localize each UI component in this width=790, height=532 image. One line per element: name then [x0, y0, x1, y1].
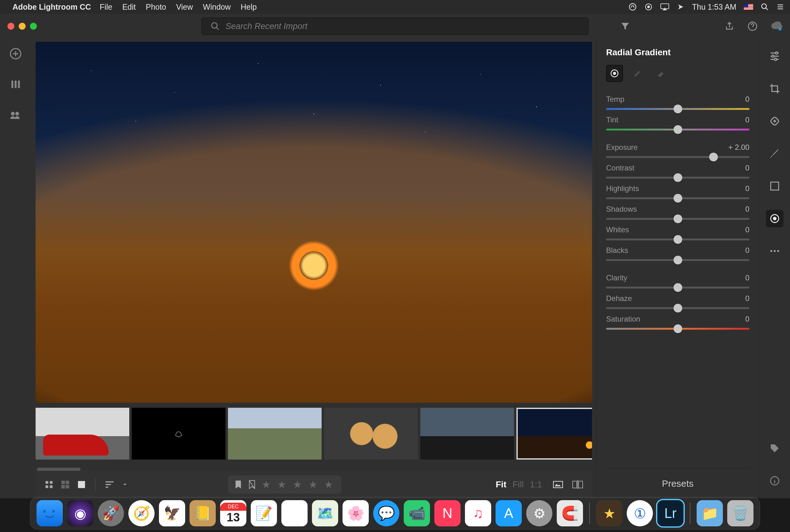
dock-safari-icon[interactable]: 🧭: [128, 500, 154, 526]
dock-photos-icon[interactable]: 🌸: [342, 500, 369, 526]
spotlight-icon[interactable]: [761, 3, 769, 11]
slider-knob[interactable]: [674, 304, 682, 312]
sharing-icon[interactable]: [10, 109, 22, 121]
slider-contrast[interactable]: Contrast0: [606, 164, 749, 178]
slider-knob[interactable]: [674, 125, 682, 134]
help-icon[interactable]: [748, 21, 757, 31]
dock-maps-icon[interactable]: 🗺️: [312, 500, 338, 526]
dock-1password-icon[interactable]: ①: [627, 500, 653, 526]
dock-siri-icon[interactable]: ◉: [67, 500, 93, 526]
radial-mask-tool[interactable]: [606, 65, 623, 82]
thumbnail[interactable]: [132, 408, 225, 460]
filmstrip-scrollbar[interactable]: [37, 468, 80, 471]
thumbnail-selected[interactable]: [516, 408, 592, 460]
slider-track[interactable]: [606, 328, 749, 330]
slider-blacks[interactable]: Blacks0: [606, 246, 749, 261]
menu-photo[interactable]: Photo: [146, 2, 166, 12]
menu-file[interactable]: File: [100, 2, 112, 12]
zoom-1to1[interactable]: 1:1: [530, 479, 542, 489]
dock-reminders-icon[interactable]: ☑︎: [281, 500, 307, 526]
slider-whites[interactable]: Whites0: [606, 225, 749, 241]
show-original-icon[interactable]: [553, 480, 563, 489]
keywords-tag-icon[interactable]: [766, 440, 784, 457]
dock-contacts-icon[interactable]: 📒: [190, 500, 216, 526]
slider-exposure[interactable]: Exposure+ 2.00: [606, 143, 749, 158]
more-tools-icon[interactable]: [766, 242, 784, 260]
sort-icon[interactable]: [104, 480, 115, 489]
thumbnail[interactable]: [228, 408, 322, 460]
status-icon[interactable]: [644, 3, 653, 11]
dock-facetime-icon[interactable]: 📹: [404, 500, 430, 526]
dock-system-preferences-icon[interactable]: ⚙︎: [526, 500, 552, 526]
brush-tool-icon[interactable]: [766, 145, 784, 162]
close-window-button[interactable]: [7, 23, 14, 30]
flag-pick-icon[interactable]: [234, 480, 242, 489]
photo-canvas[interactable]: [36, 42, 592, 403]
slider-knob[interactable]: [674, 324, 682, 333]
dock-appstore-icon[interactable]: A: [495, 500, 522, 526]
input-source-flag-icon[interactable]: [744, 4, 753, 10]
slider-track[interactable]: [606, 259, 749, 261]
slider-knob[interactable]: [674, 194, 682, 203]
slider-track[interactable]: [606, 197, 749, 199]
star-rating[interactable]: ★ ★ ★ ★ ★: [262, 479, 335, 491]
slider-track[interactable]: [606, 177, 749, 178]
slider-tint[interactable]: Tint0: [606, 115, 749, 131]
info-icon[interactable]: [766, 472, 784, 490]
slider-knob[interactable]: [709, 153, 718, 162]
presets-button[interactable]: Presets: [606, 468, 749, 498]
crop-tool-icon[interactable]: [766, 80, 784, 97]
slider-knob[interactable]: [674, 173, 682, 182]
slider-track[interactable]: [606, 129, 749, 131]
slider-temp[interactable]: Temp0: [606, 95, 749, 110]
menubar-clock[interactable]: Thu 1:53 AM: [692, 2, 736, 12]
grid-view-large-icon[interactable]: [61, 480, 70, 489]
share-icon[interactable]: [725, 21, 734, 31]
compare-view-icon[interactable]: [572, 480, 583, 489]
flag-reject-icon[interactable]: [248, 480, 256, 489]
dock-itunes-icon[interactable]: ♫: [465, 500, 491, 526]
menu-help[interactable]: Help: [241, 2, 257, 12]
dock-app-icon[interactable]: 🧲: [557, 500, 583, 526]
add-photos-button[interactable]: [10, 48, 22, 60]
slider-knob[interactable]: [674, 235, 682, 244]
slider-clarity[interactable]: Clarity0: [606, 273, 749, 288]
dock-trash-icon[interactable]: 🗑️: [727, 500, 753, 526]
slider-track[interactable]: [606, 108, 749, 110]
filter-icon[interactable]: [620, 21, 630, 31]
dock-launchpad-icon[interactable]: 🚀: [98, 500, 124, 526]
single-view-icon[interactable]: [77, 480, 86, 489]
minimize-window-button[interactable]: [19, 23, 25, 30]
sort-dropdown-icon[interactable]: [122, 481, 128, 488]
thumbnail[interactable]: [36, 408, 129, 460]
dock-calendar-icon[interactable]: DEC13: [220, 500, 246, 526]
my-photos-icon[interactable]: [10, 78, 22, 91]
dock-messages-icon[interactable]: 💬: [373, 500, 399, 526]
slider-track[interactable]: [606, 307, 749, 309]
slider-saturation[interactable]: Saturation0: [606, 315, 749, 330]
dock-notes-icon[interactable]: 📝: [251, 500, 277, 526]
creative-cloud-icon[interactable]: [628, 2, 637, 11]
dock-lightroom-icon[interactable]: Lr: [657, 500, 683, 526]
slider-knob[interactable]: [674, 104, 682, 113]
slider-shadows[interactable]: Shadows0: [606, 205, 749, 220]
slider-track[interactable]: [606, 156, 749, 158]
slider-track[interactable]: [606, 218, 749, 220]
grid-view-small-icon[interactable]: [44, 480, 54, 489]
thumbnail[interactable]: [324, 408, 418, 460]
app-name[interactable]: Adobe Lightroom CC: [13, 2, 91, 12]
linear-gradient-tool-icon[interactable]: [766, 177, 784, 195]
fullscreen-window-button[interactable]: [30, 23, 37, 30]
thumbnail[interactable]: [420, 408, 514, 460]
dock-mail-icon[interactable]: 🦅: [159, 500, 185, 526]
slider-knob[interactable]: [674, 214, 682, 223]
slider-knob[interactable]: [674, 283, 682, 292]
airplay-icon[interactable]: [660, 3, 670, 11]
zoom-fill[interactable]: Fill: [513, 479, 524, 489]
menu-edit[interactable]: Edit: [123, 2, 136, 12]
brush-erase-tool[interactable]: [652, 65, 669, 82]
dock-imovie-icon[interactable]: ★: [596, 500, 622, 526]
dock-finder-icon[interactable]: [37, 500, 63, 526]
cloud-sync-icon[interactable]: [771, 21, 783, 31]
search-input[interactable]: Search Recent Import: [202, 18, 588, 35]
